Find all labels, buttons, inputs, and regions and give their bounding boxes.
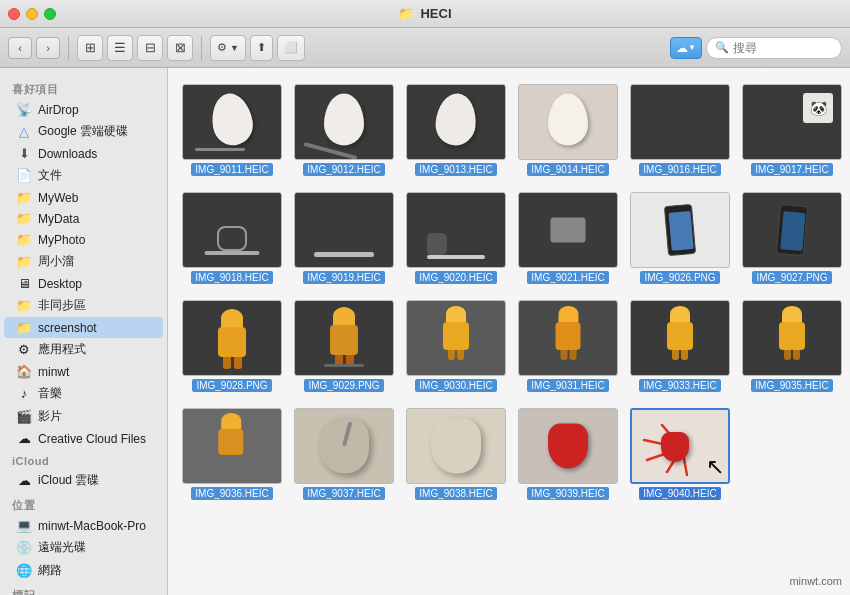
sidebar-item-desktop[interactable]: 🖥 Desktop <box>4 273 163 294</box>
list-item[interactable]: IMG_9016.HEIC <box>628 80 732 180</box>
downloads-icon: ⬇ <box>16 146 32 161</box>
list-item[interactable]: IMG_9036.HEIC <box>180 404 284 504</box>
icloud-button[interactable]: ☁ ▼ <box>670 37 702 59</box>
music-icon: ♪ <box>16 386 32 401</box>
view-icon-button[interactable]: ⊞ <box>77 35 103 61</box>
sidebar-item-creative-cloud[interactable]: ☁ Creative Cloud Files <box>4 428 163 449</box>
sidebar-item-myweb[interactable]: 📁 MyWeb <box>4 187 163 208</box>
file-name: IMG_9017.HEIC <box>751 163 832 176</box>
thumbnail <box>630 84 730 160</box>
thumbnail <box>406 192 506 268</box>
thumbnail <box>294 300 394 376</box>
sidebar-item-myphoto[interactable]: 📁 MyPhoto <box>4 229 163 250</box>
list-item[interactable]: IMG_9030.HEIC <box>404 296 508 396</box>
list-item[interactable]: ↖ IMG_9040.HEIC <box>628 404 732 504</box>
list-item[interactable]: IMG_9033.HEIC <box>628 296 732 396</box>
file-name: IMG_9011.HEIC <box>191 163 272 176</box>
list-item[interactable]: 🐼 IMG_9017.HEIC <box>740 80 844 180</box>
toolbar-separator2 <box>201 36 202 60</box>
tags-section-label: 標記 <box>0 582 167 595</box>
icloud-drive-icon: ☁ <box>16 473 32 488</box>
close-button[interactable] <box>8 8 20 20</box>
sidebar-item-google-drive[interactable]: △ Google 雲端硬碟 <box>4 120 163 143</box>
sidebar-item-apps[interactable]: ⚙ 應用程式 <box>4 338 163 361</box>
back-button[interactable]: ‹ <box>8 37 32 59</box>
sidebar-item-minwt[interactable]: 🏠 minwt <box>4 361 163 382</box>
sidebar-item-macbook[interactable]: 💻 minwt-MacBook-Pro <box>4 515 163 536</box>
sidebar-item-music[interactable]: ♪ 音樂 <box>4 382 163 405</box>
network-icon: 🌐 <box>16 563 32 578</box>
sidebar-item-downloads[interactable]: ⬇ Downloads <box>4 143 163 164</box>
list-item[interactable]: IMG_9038.HEIC <box>404 404 508 504</box>
list-item[interactable]: IMG_9037.HEIC <box>292 404 396 504</box>
file-name: IMG_9030.HEIC <box>415 379 496 392</box>
list-item[interactable]: IMG_9020.HEIC <box>404 188 508 288</box>
view-cover-button[interactable]: ⊠ <box>167 35 193 61</box>
sidebar-item-documents[interactable]: 📄 文件 <box>4 164 163 187</box>
list-item[interactable]: IMG_9019.HEIC <box>292 188 396 288</box>
minwt-icon: 🏠 <box>16 364 32 379</box>
list-item[interactable]: IMG_9013.HEIC <box>404 80 508 180</box>
thumbnail <box>742 192 842 268</box>
favorites-section-label: 喜好項目 <box>0 76 167 99</box>
thumbnail <box>518 84 618 160</box>
list-item[interactable]: IMG_9012.HEIC <box>292 80 396 180</box>
mydata-icon: 📁 <box>16 211 32 226</box>
sort-icon: ⚙ <box>217 41 227 54</box>
thumbnail <box>294 192 394 268</box>
sidebar-item-movies[interactable]: 🎬 影片 <box>4 405 163 428</box>
list-item[interactable]: IMG_9014.HEIC <box>516 80 620 180</box>
view-col-button[interactable]: ⊟ <box>137 35 163 61</box>
traffic-lights <box>8 8 56 20</box>
sidebar-item-screenshot[interactable]: 📁 screenshot <box>4 317 163 338</box>
list-item[interactable]: IMG_9021.HEIC <box>516 188 620 288</box>
thumbnail: ↖ <box>630 408 730 484</box>
list-item[interactable]: IMG_9026.PNG <box>628 188 732 288</box>
locations-section-label: 位置 <box>0 492 167 515</box>
optical-icon: 💿 <box>16 540 32 555</box>
list-item[interactable]: IMG_9035.HEIC <box>740 296 844 396</box>
sidebar-item-zhouziaoyao[interactable]: 📁 周小溜 <box>4 250 163 273</box>
search-field-wrap[interactable]: 🔍 <box>706 37 842 59</box>
view-list-button[interactable]: ☰ <box>107 35 133 61</box>
documents-icon: 📄 <box>16 168 32 183</box>
list-item[interactable]: IMG_9027.PNG <box>740 188 844 288</box>
file-grid: IMG_9011.HEIC IMG_9012.HEIC IMG_9013.HEI… <box>168 68 850 595</box>
file-name: IMG_9033.HEIC <box>639 379 720 392</box>
share-button[interactable]: ⬆ <box>250 35 273 61</box>
sidebar-item-airdrop[interactable]: 📡 AirDrop <box>4 99 163 120</box>
list-item[interactable]: IMG_9028.PNG <box>180 296 284 396</box>
sidebar-item-icloud-drive[interactable]: ☁ iCloud 雲碟 <box>4 469 163 492</box>
watermark: minwt.com <box>789 575 842 587</box>
file-name: IMG_9031.HEIC <box>527 379 608 392</box>
creativecloud-icon: ☁ <box>16 431 32 446</box>
cursor-icon: ↖ <box>706 456 724 478</box>
search-input[interactable] <box>733 41 833 55</box>
list-item[interactable]: IMG_9029.PNG <box>292 296 396 396</box>
list-item[interactable]: IMG_9039.HEIC <box>516 404 620 504</box>
action-button[interactable]: ⬜ <box>277 35 305 61</box>
thumbnail <box>294 84 394 160</box>
sidebar-item-network[interactable]: 🌐 網路 <box>4 559 163 582</box>
sort-button[interactable]: ⚙ ▼ <box>210 35 246 61</box>
zhouziaoyao-icon: 📁 <box>16 254 32 269</box>
list-item[interactable]: IMG_9011.HEIC <box>180 80 284 180</box>
thumbnail <box>406 84 506 160</box>
list-item[interactable]: IMG_9018.HEIC <box>180 188 284 288</box>
maximize-button[interactable] <box>44 8 56 20</box>
thumbnail <box>406 300 506 376</box>
forward-button[interactable]: › <box>36 37 60 59</box>
sidebar: 喜好項目 📡 AirDrop △ Google 雲端硬碟 ⬇ Downloads… <box>0 68 168 595</box>
airdrop-icon: 📡 <box>16 102 32 117</box>
minimize-button[interactable] <box>26 8 38 20</box>
thumbnail <box>518 192 618 268</box>
list-item[interactable]: IMG_9031.HEIC <box>516 296 620 396</box>
macbook-icon: 💻 <box>16 518 32 533</box>
sidebar-item-mydata[interactable]: 📁 MyData <box>4 208 163 229</box>
desktop-icon: 🖥 <box>16 276 32 291</box>
file-name: IMG_9013.HEIC <box>415 163 496 176</box>
sidebar-item-optical[interactable]: 💿 遠端光碟 <box>4 536 163 559</box>
thumbnail <box>406 408 506 484</box>
file-name: IMG_9038.HEIC <box>415 487 496 500</box>
sidebar-item-sync[interactable]: 📁 非同步區 <box>4 294 163 317</box>
